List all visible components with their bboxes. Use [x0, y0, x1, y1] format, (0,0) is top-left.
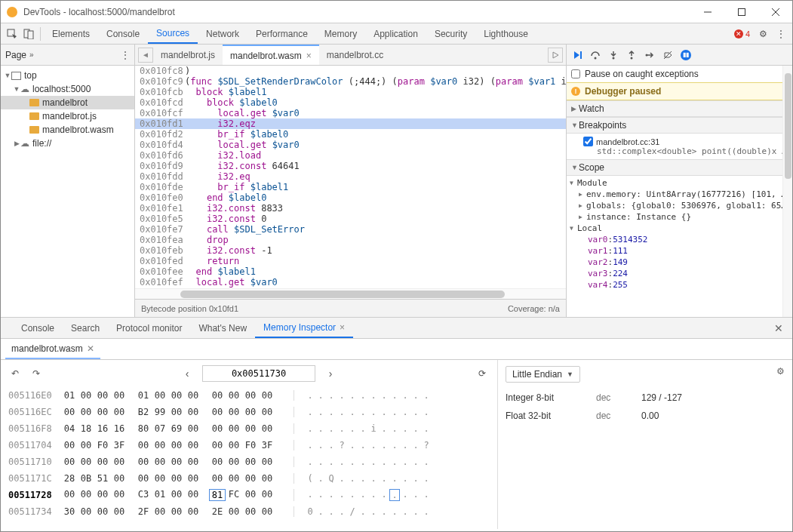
scope-var-var4[interactable]: var4: 255 [570, 279, 789, 291]
scope-var-var3[interactable]: var3: 224 [570, 268, 789, 279]
window-title: DevTools - localhost:5000/mandelbrot [23, 7, 690, 17]
drawer-tab-console[interactable]: Console [13, 318, 63, 338]
close-icon[interactable]: × [306, 51, 312, 61]
navigator-more-icon[interactable]: » [29, 51, 34, 59]
breakpoint-item[interactable]: mandelbrot.cc:31 std::complex<double> po… [567, 134, 792, 159]
warning-icon: ! [571, 87, 580, 96]
svg-rect-7 [580, 51, 582, 59]
svg-point-9 [613, 57, 615, 59]
device-icon[interactable] [20, 26, 37, 42]
window-titlebar: DevTools - localhost:5000/mandelbrot [1, 1, 792, 23]
panel-tab-elements[interactable]: Elements [44, 23, 98, 44]
scope-env-memory[interactable]: ▶env.memory: Uint8Array(16777216) [101, … [570, 189, 789, 200]
editor-horizontal-scrollbar[interactable] [135, 288, 566, 299]
step-into-button[interactable] [606, 48, 621, 63]
window-minimize-button[interactable] [690, 1, 724, 23]
svg-rect-1 [738, 8, 745, 15]
memory-value-float-32-bit: Float 32-bitdec0.00 [506, 407, 785, 425]
memory-prev-button[interactable]: ‹ [180, 366, 195, 381]
step-out-button[interactable] [624, 48, 639, 63]
scope-var-var2[interactable]: var2: 149 [570, 257, 789, 268]
memory-redo-button[interactable]: ↷ [29, 367, 43, 380]
window-maximize-button[interactable] [724, 1, 758, 23]
watch-section-header[interactable]: ▶Watch [567, 100, 792, 117]
step-button[interactable] [642, 48, 657, 63]
memory-values-panel: Little Endian▼ ⚙ Integer 8-bitdec129 / -… [498, 360, 792, 529]
memory-value-integer-8-bit: Integer 8-bitdec129 / -127 [506, 389, 785, 407]
inspect-icon[interactable] [4, 26, 20, 42]
tree-file-mandelbrot.js[interactable]: mandelbrot.js [1, 109, 134, 123]
memory-hex-panel: ↶ ↷ ‹ › ⟳ 005116E00100000001000000000000… [1, 360, 498, 529]
panel-tab-sources[interactable]: Sources [148, 23, 198, 44]
panel-tab-performance[interactable]: Performance [247, 23, 316, 44]
scope-instance[interactable]: ▶instance: Instance {} [570, 211, 789, 223]
drawer-tab-protocol-monitor[interactable]: Protocol monitor [108, 318, 190, 338]
editor-panel: ◄ mandelbrot.jsmandelbrot.wasm×mandelbro… [135, 45, 566, 317]
deactivate-breakpoints-button[interactable] [660, 48, 675, 63]
scope-local[interactable]: ▼Local [570, 223, 789, 234]
pause-on-exceptions-button[interactable]: ▮▮ [678, 48, 693, 63]
panel-tab-network[interactable]: Network [198, 23, 247, 44]
memory-tab-active[interactable]: mandelbrot.wasm✕ [5, 339, 100, 359]
svg-rect-6 [28, 31, 33, 39]
file-tab-mandelbrot.js[interactable]: mandelbrot.js [153, 45, 223, 65]
file-tab-mandelbrot.cc[interactable]: mandelbrot.cc [319, 45, 391, 65]
bytecode-position-label: Bytecode position 0x10fd1 [141, 304, 238, 313]
svg-point-8 [595, 57, 597, 59]
memory-next-button[interactable]: › [323, 366, 338, 381]
scope-var-var0[interactable]: var0: 5314352 [570, 234, 789, 245]
navigator-tab-page[interactable]: Page [5, 50, 26, 60]
debugger-vertical-scrollbar[interactable] [782, 66, 792, 317]
scope-var-var1[interactable]: var1: 111 [570, 245, 789, 257]
navigator-menu-icon[interactable]: ⋮ [121, 50, 130, 60]
tree-file-mandelbrot[interactable]: mandelbrot [1, 96, 134, 109]
tree-file-scheme[interactable]: ▶☁file:// [1, 137, 134, 150]
step-over-button[interactable] [588, 48, 603, 63]
drawer-tab-what's-new[interactable]: What's New [190, 318, 255, 338]
chevron-down-icon: ▼ [567, 371, 573, 378]
pause-caught-exceptions-checkbox[interactable]: Pause on caught exceptions [567, 66, 792, 82]
scope-section-header[interactable]: ▼Scope [567, 159, 792, 176]
close-icon[interactable]: ✕ [87, 343, 94, 354]
tree-host[interactable]: ▼☁localhost:5000 [1, 82, 134, 96]
file-tree: ▼top ▼☁localhost:5000 mandelbrotmandelbr… [1, 66, 134, 153]
devtools-toolbar: ElementsConsoleSourcesNetworkPerformance… [1, 23, 792, 45]
memory-refresh-button[interactable]: ⟳ [475, 366, 490, 381]
hex-dump[interactable]: 005116E0010000000100000000000000........… [1, 387, 497, 520]
panel-tab-memory[interactable]: Memory [316, 23, 365, 44]
drawer-tab-memory-inspector[interactable]: Memory Inspector× [255, 318, 353, 338]
panel-tab-application[interactable]: Application [365, 23, 426, 44]
tree-file-mandelbrot.wasm[interactable]: mandelbrot.wasm [1, 123, 134, 137]
panel-tab-lighthouse[interactable]: Lighthouse [475, 23, 536, 44]
panel-tab-console[interactable]: Console [98, 23, 148, 44]
file-nav-back-icon[interactable]: ◄ [138, 48, 153, 63]
app-icon [7, 7, 17, 17]
drawer-close-button[interactable]: ✕ [768, 322, 789, 334]
endianness-select[interactable]: Little Endian▼ [506, 366, 580, 383]
file-tab-mandelbrot.wasm[interactable]: mandelbrot.wasm× [223, 45, 319, 65]
settings-gear-icon[interactable]: ⚙ [755, 26, 771, 42]
scope-globals[interactable]: ▶globals: {global0: 5306976, global1: 65… [570, 200, 789, 211]
window-close-button[interactable] [758, 1, 792, 23]
debugger-paused-banner: ! Debugger paused [567, 82, 792, 100]
drawer-tab-search[interactable]: Search [63, 318, 108, 338]
memory-address-input[interactable] [202, 365, 315, 382]
resume-button[interactable] [570, 48, 585, 63]
breakpoints-section-header[interactable]: ▼Breakpoints [567, 117, 792, 134]
more-menu-icon[interactable]: ⋮ [773, 26, 789, 42]
error-count-badge[interactable]: ✕4 [731, 29, 753, 38]
close-icon[interactable]: × [340, 322, 345, 333]
memory-settings-gear-icon[interactable]: ⚙ [776, 366, 785, 377]
drawer-tabs: ConsoleSearchProtocol monitorWhat's NewM… [1, 318, 792, 339]
scope-module[interactable]: ▼Module [570, 177, 789, 189]
svg-point-11 [646, 54, 648, 56]
memory-undo-button[interactable]: ↶ [8, 367, 22, 380]
debugger-panel: ▮▮ Pause on caught exceptions ! Debugger… [566, 45, 792, 317]
memory-inspector-file-tabs: mandelbrot.wasm✕ [1, 339, 792, 360]
code-editor[interactable]: 0x010fc8)0x010fc9(func $SDL_SetRenderDra… [135, 66, 566, 288]
coverage-label: Coverage: n/a [508, 304, 560, 313]
tree-top-frame[interactable]: ▼top [1, 69, 134, 82]
file-nav-run-icon[interactable] [548, 48, 563, 63]
navigator-panel: Page » ⋮ ▼top ▼☁localhost:5000 mandelbro… [1, 45, 135, 317]
panel-tab-security[interactable]: Security [426, 23, 475, 44]
